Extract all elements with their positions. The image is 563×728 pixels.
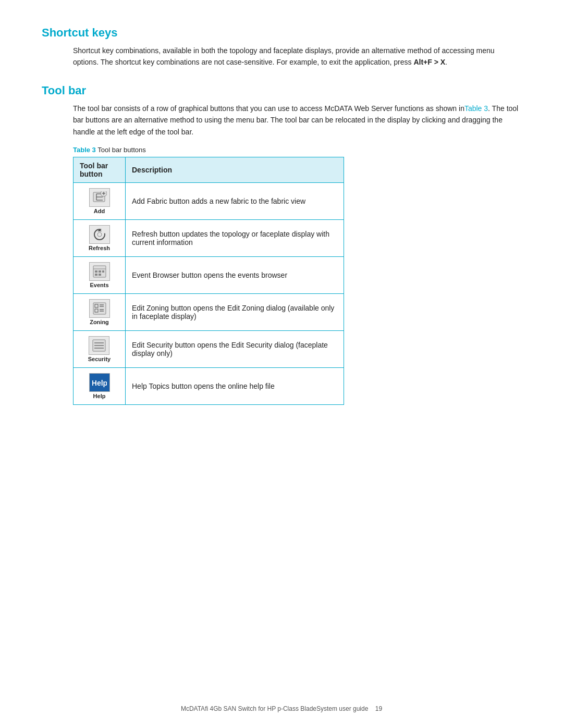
button-cell-security: Security <box>74 330 126 367</box>
add-label: Add <box>94 208 105 214</box>
footer: McDATAfi 4Gb SAN Switch for HP p-Class B… <box>0 705 563 712</box>
description-cell-add: Add Fabric button adds a new fabric to t… <box>126 182 344 219</box>
table-row: EventsEvent Browser button opens the eve… <box>74 256 344 293</box>
refresh-label: Refresh <box>89 245 110 251</box>
table-row: Help HelpHelp Topics button opens the on… <box>74 367 344 404</box>
events-label: Events <box>90 282 108 288</box>
refresh-icon <box>89 225 110 244</box>
table-caption: Table 3 Tool bar buttons <box>73 146 521 154</box>
svg-rect-16 <box>99 274 101 276</box>
description-cell-events: Event Browser button opens the events br… <box>126 256 344 293</box>
shortcut-keys-heading: Shortcut keys <box>42 26 521 40</box>
add-icon <box>89 188 110 207</box>
tool-bar-description: The tool bar consists of a row of graphi… <box>73 103 521 138</box>
svg-rect-15 <box>95 274 97 276</box>
table-row: RefreshRefresh button updates the topolo… <box>74 219 344 256</box>
help-icon: Help <box>89 373 110 392</box>
description-cell-refresh: Refresh button updates the topology or f… <box>126 219 344 256</box>
svg-rect-13 <box>99 270 101 273</box>
svg-point-9 <box>97 232 102 237</box>
description-cell-security: Edit Security button opens the Edit Secu… <box>126 330 344 367</box>
description-cell-zoning: Edit Zoning button opens the Edit Zoning… <box>126 293 344 330</box>
help-label: Help <box>93 393 106 399</box>
zoning-icon <box>89 299 110 318</box>
tool-bar-table: Tool bar button Description AddAdd Fabri… <box>73 157 344 405</box>
zoning-label: Zoning <box>90 319 109 325</box>
table3-link[interactable]: Table 3 <box>464 104 488 113</box>
button-cell-refresh: Refresh <box>74 219 126 256</box>
col-header-button: Tool bar button <box>74 157 126 182</box>
button-cell-add: Add <box>74 182 126 219</box>
tool-bar-heading: Tool bar <box>42 84 521 97</box>
svg-text:Help: Help <box>92 379 107 387</box>
table-row: AddAdd Fabric button adds a new fabric t… <box>74 182 344 219</box>
button-cell-help: Help Help <box>74 367 126 404</box>
svg-rect-12 <box>95 270 97 273</box>
button-cell-events: Events <box>74 256 126 293</box>
col-header-description: Description <box>126 157 344 182</box>
table-row: SecurityEdit Security button opens the E… <box>74 330 344 367</box>
table-row: ZoningEdit Zoning button opens the Edit … <box>74 293 344 330</box>
events-icon <box>89 262 110 281</box>
security-label: Security <box>88 356 111 362</box>
button-cell-zoning: Zoning <box>74 293 126 330</box>
svg-rect-14 <box>102 270 104 273</box>
shortcut-keys-description: Shortcut key combinations, available in … <box>73 45 521 68</box>
security-icon <box>89 336 109 355</box>
description-cell-help: Help Topics button opens the online help… <box>126 367 344 404</box>
